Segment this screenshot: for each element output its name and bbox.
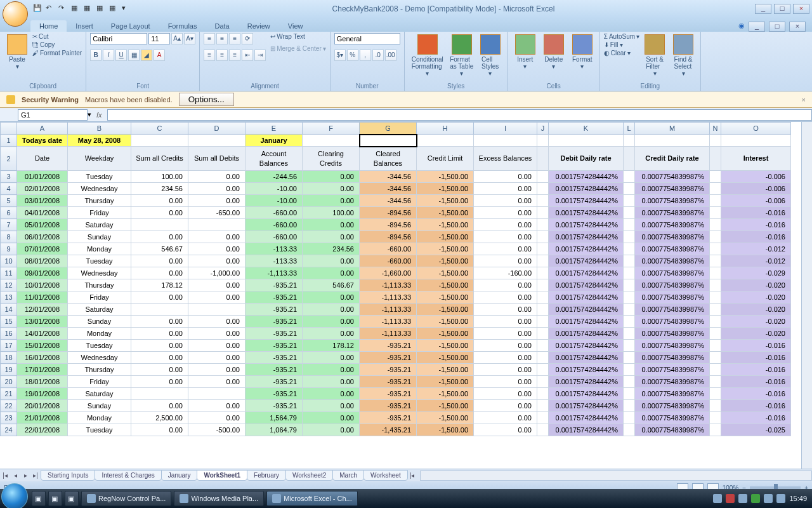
cell[interactable]: -935.21: [246, 364, 303, 376]
tray-icon[interactable]: [738, 494, 747, 503]
cut-button[interactable]: ✂Cut: [32, 33, 82, 40]
cell[interactable]: 0.0007754839987%: [635, 412, 710, 424]
tab-data[interactable]: Data: [206, 20, 238, 32]
cell[interactable]: -1,500.00: [417, 243, 474, 255]
column-header-cell[interactable]: Clearing Credits: [303, 147, 360, 171]
cell[interactable]: 0.00: [474, 424, 537, 436]
cell[interactable]: [624, 352, 635, 364]
cell[interactable]: -935.21: [360, 352, 417, 364]
cell[interactable]: [537, 376, 549, 388]
align-top-button[interactable]: ≡: [204, 33, 215, 44]
cell[interactable]: 0.00: [188, 243, 246, 255]
ribbon-restore-button[interactable]: □: [769, 22, 785, 32]
cell[interactable]: 0.00: [303, 316, 360, 328]
cell[interactable]: 0.00: [131, 340, 188, 352]
cell[interactable]: Wednesday: [68, 267, 131, 279]
cell[interactable]: Thursday: [68, 279, 131, 291]
cell[interactable]: 0.00: [188, 364, 246, 376]
cell[interactable]: 0.0007754839987%: [635, 328, 710, 340]
cell[interactable]: 21/01/2008: [17, 412, 68, 424]
cell[interactable]: 0.00: [474, 304, 537, 316]
cell[interactable]: 14/01/2008: [17, 328, 68, 340]
cell[interactable]: 0.00: [303, 424, 360, 436]
cell[interactable]: [624, 195, 635, 207]
cell[interactable]: 0.00: [131, 291, 188, 304]
cell[interactable]: 0.00: [303, 400, 360, 412]
cell[interactable]: 0.00: [474, 400, 537, 412]
undo-icon[interactable]: ↶: [46, 4, 56, 14]
cell[interactable]: May 28, 2008: [68, 135, 131, 147]
cell[interactable]: Sunday: [68, 400, 131, 412]
cell[interactable]: 0.00: [131, 255, 188, 267]
cell[interactable]: [537, 388, 549, 400]
cell[interactable]: 0.00: [188, 376, 246, 388]
align-middle-button[interactable]: ≡: [216, 33, 228, 44]
row-header[interactable]: 3: [1, 171, 17, 183]
horizontal-scrollbar[interactable]: [420, 471, 812, 481]
cell[interactable]: -894.56: [360, 231, 417, 243]
cell[interactable]: 04/01/2008: [17, 207, 68, 219]
cell[interactable]: 0.00: [188, 412, 246, 424]
row-header[interactable]: 21: [1, 388, 17, 400]
cell[interactable]: 0.00: [188, 279, 246, 291]
wrap-text-button[interactable]: ↩Wrap Text: [270, 33, 326, 40]
cell[interactable]: 0.00: [188, 291, 246, 304]
cell[interactable]: -660.00: [246, 207, 303, 219]
cell[interactable]: 0.0017574284442%: [549, 255, 624, 267]
cell[interactable]: [188, 135, 246, 147]
row-header[interactable]: 11: [1, 267, 17, 279]
cell[interactable]: Saturday: [68, 304, 131, 316]
col-header-O[interactable]: O: [721, 123, 791, 135]
cell[interactable]: 0.0007754839987%: [635, 388, 710, 400]
cell[interactable]: [710, 255, 721, 267]
cell[interactable]: [537, 316, 549, 328]
fill-color-button[interactable]: ◢: [141, 50, 152, 61]
cell[interactable]: [360, 135, 417, 147]
column-header-cell[interactable]: Date: [17, 147, 68, 171]
cell[interactable]: 0.0017574284442%: [549, 267, 624, 279]
cell[interactable]: 0.00: [474, 231, 537, 243]
currency-button[interactable]: $▾: [334, 50, 346, 61]
cell[interactable]: -1,500.00: [417, 304, 474, 316]
align-right-button[interactable]: ≡: [229, 50, 240, 61]
cell[interactable]: [710, 364, 721, 376]
cell[interactable]: [710, 183, 721, 195]
cell[interactable]: [131, 135, 188, 147]
col-header-A[interactable]: A: [17, 123, 68, 135]
row-header[interactable]: 6: [1, 207, 17, 219]
column-header-cell[interactable]: Weekday: [68, 147, 131, 171]
cell[interactable]: 0.00: [474, 412, 537, 424]
cell[interactable]: 0.0017574284442%: [549, 231, 624, 243]
cell[interactable]: -0.016: [721, 352, 791, 364]
row-header[interactable]: 8: [1, 231, 17, 243]
cell[interactable]: [624, 267, 635, 279]
cell[interactable]: 0.0017574284442%: [549, 183, 624, 195]
cell[interactable]: [710, 412, 721, 424]
cell[interactable]: 0.0007754839987%: [635, 400, 710, 412]
cell[interactable]: -0.016: [721, 400, 791, 412]
cell[interactable]: [537, 231, 549, 243]
column-header-cell[interactable]: Excess Balances: [474, 147, 537, 171]
cell[interactable]: [624, 291, 635, 304]
cell[interactable]: Saturday: [68, 388, 131, 400]
cell[interactable]: -660.00: [246, 219, 303, 231]
cell[interactable]: 07/01/2008: [17, 243, 68, 255]
cell[interactable]: -0.006: [721, 171, 791, 183]
cell[interactable]: -1,660.00: [360, 267, 417, 279]
cell[interactable]: [635, 135, 710, 147]
decrease-decimal-button[interactable]: .00: [385, 50, 396, 61]
cell[interactable]: 0.0007754839987%: [635, 207, 710, 219]
cell[interactable]: -1,500.00: [417, 316, 474, 328]
cell[interactable]: -500.00: [188, 424, 246, 436]
cell[interactable]: 0.0007754839987%: [635, 183, 710, 195]
cell[interactable]: Monday: [68, 328, 131, 340]
cell[interactable]: 178.12: [303, 340, 360, 352]
cell[interactable]: -935.21: [246, 291, 303, 304]
cell[interactable]: 0.00: [188, 171, 246, 183]
cell[interactable]: 0.00: [474, 243, 537, 255]
cell[interactable]: 0.00: [474, 195, 537, 207]
col-header-I[interactable]: I: [474, 123, 537, 135]
cell[interactable]: [710, 243, 721, 255]
qat-icon[interactable]: ▦: [71, 4, 81, 14]
cell[interactable]: -935.21: [246, 279, 303, 291]
